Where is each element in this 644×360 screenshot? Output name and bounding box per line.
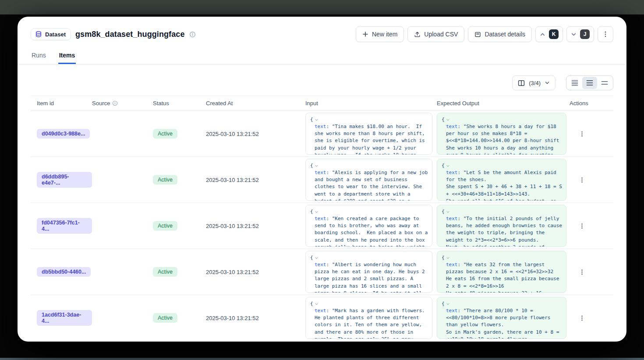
json-key: text [315, 308, 326, 314]
item-id-pill[interactable]: fd047356-7fc1-4... [37, 218, 92, 234]
json-open-brace: { [310, 116, 313, 123]
kebab-icon [579, 131, 585, 137]
input-json-body: text: "Ken created a care package to sen… [310, 215, 430, 247]
input-json-box[interactable]: { text: "Mark has a garden with flowers.… [305, 297, 432, 339]
json-open-brace: { [310, 162, 313, 169]
column-header-expected-output: Expected Output [437, 100, 570, 107]
input-json-body: text: "Mark has a garden with flowers. H… [310, 307, 430, 339]
dataset-details-button[interactable]: Dataset details [468, 26, 532, 42]
collapse-chevron-icon[interactable] [446, 210, 450, 214]
json-open-brace: { [442, 116, 445, 123]
title-info-icon[interactable] [189, 31, 196, 38]
json-key: text [315, 124, 326, 129]
collapse-chevron-icon[interactable] [446, 118, 450, 122]
kebab-icon [579, 315, 585, 321]
tab-items[interactable]: Items [58, 49, 76, 64]
density-compact-icon [571, 79, 579, 86]
json-open-brace: { [310, 208, 313, 215]
input-json-box[interactable]: { text: "Ken created a care package to s… [305, 205, 432, 247]
actions-cell [570, 128, 613, 140]
json-key: text [446, 308, 458, 314]
chevron-down-icon [545, 80, 550, 86]
table-row: 1acd6f31-3dae-4... Active 2025-03-10 13:… [31, 295, 613, 341]
collapse-chevron-icon[interactable] [315, 118, 318, 122]
expected-output-json-box[interactable]: { text: "There are 80/100 * 10 = <<80/10… [437, 297, 566, 339]
json-value: "There are 80/100 * 10 = <<80/100*10=8>>… [446, 308, 562, 339]
row-actions-menu-button[interactable] [576, 220, 588, 232]
chevron-up-icon [540, 32, 545, 37]
created-at-cell: 2025-03-10 13:21:52 [206, 177, 305, 183]
expected-output-json-box[interactable]: { text: "He eats 32 from the largest piz… [437, 251, 566, 293]
expected-output-cell: { text: "She works 8 hours a day for $18… [437, 113, 570, 155]
item-id-pill[interactable]: d6ddb895-e4e7-... [37, 172, 92, 188]
expected-output-json-box[interactable]: { text: "To the initial 2 pounds of jell… [437, 205, 566, 247]
dataset-type-badge: Dataset [31, 28, 71, 40]
collapse-chevron-icon[interactable] [315, 210, 318, 214]
density-tall-button[interactable] [597, 77, 612, 89]
avatar: K [549, 29, 559, 39]
table-row: d049d0c3-988e... Active 2025-03-10 13:21… [31, 111, 613, 157]
expected-output-json-body: text: "There are 80/100 * 10 = <<80/100*… [442, 307, 564, 339]
status-cell: Active [153, 313, 206, 323]
status-cell: Active [153, 129, 206, 139]
input-json-box[interactable]: { text: "Tina makes $18.00 an hour. If s… [305, 113, 432, 155]
columns-visibility-button[interactable]: (3/4) [512, 75, 556, 90]
row-actions-menu-button[interactable] [576, 266, 588, 278]
expected-output-json-body: text: "Let S be the amount Alexis paid f… [442, 169, 564, 201]
column-header-actions: Actions [570, 100, 613, 107]
status-cell: Active [153, 221, 206, 231]
columns-count-label: (3/4) [529, 80, 541, 86]
collapse-chevron-icon[interactable] [446, 164, 450, 168]
dataset-page-card: Dataset gsm8k_dataset_huggingface New it… [18, 17, 626, 342]
created-at-cell: 2025-03-10 13:21:52 [206, 223, 305, 229]
json-open-brace: { [310, 254, 313, 261]
collapse-chevron-icon[interactable] [446, 256, 450, 260]
status-badge: Active [153, 267, 177, 277]
row-density-toggle [566, 75, 613, 90]
created-at-cell: 2025-03-10 13:21:52 [206, 315, 305, 321]
expected-output-json-box[interactable]: { text: "She works 8 hours a day for $18… [437, 113, 566, 155]
table-header-row: Item id Source Status Created At Input E… [31, 96, 613, 111]
source-info-icon[interactable] [112, 100, 118, 106]
new-item-button[interactable]: New item [356, 26, 404, 42]
json-open-brace: { [442, 300, 445, 307]
input-json-box[interactable]: { text: "Alexis is applying for a new jo… [305, 159, 432, 201]
row-actions-menu-button[interactable] [576, 312, 588, 324]
item-id-pill[interactable]: 1acd6f31-3dae-4... [37, 310, 92, 326]
expected-output-json-body: text: "To the initial 2 pounds of jelly … [442, 215, 564, 247]
collapse-chevron-icon[interactable] [446, 302, 450, 306]
kebab-icon [579, 177, 585, 183]
expected-output-cell: { text: "There are 80/100 * 10 = <<80/10… [437, 297, 570, 339]
tab-runs[interactable]: Runs [31, 49, 47, 64]
item-id-cell: 1acd6f31-3dae-4... [31, 310, 92, 326]
desktop-bottom-strip [0, 358, 644, 360]
density-medium-button[interactable] [582, 77, 597, 89]
chevron-down-icon [571, 32, 577, 37]
density-medium-icon [586, 79, 594, 86]
dataset-details-icon [474, 31, 481, 38]
avatar: J [580, 29, 590, 39]
collapse-chevron-icon[interactable] [315, 256, 318, 260]
columns-icon [518, 80, 525, 86]
status-badge: Active [153, 129, 177, 139]
item-id-pill[interactable]: d049d0c3-988e... [37, 129, 90, 139]
input-cell: { text: "Albert is wondering how much pi… [305, 251, 437, 293]
density-compact-button[interactable] [567, 77, 582, 89]
new-item-label: New item [372, 31, 397, 38]
json-value: "He eats 32 from the largest pizzas beca… [446, 262, 562, 293]
input-json-box[interactable]: { text: "Albert is wondering how much pi… [305, 251, 432, 293]
row-actions-menu-button[interactable] [576, 128, 588, 140]
input-cell: { text: "Ken created a care package to s… [305, 205, 437, 247]
item-id-pill[interactable]: db5bbd50-4460... [37, 267, 91, 277]
collapse-chevron-icon[interactable] [315, 164, 318, 168]
page-title: gsm8k_dataset_huggingface [75, 30, 185, 39]
upload-csv-button[interactable]: Upload CSV [407, 26, 464, 42]
expected-output-json-box[interactable]: { text: "Let S be the amount Alexis paid… [437, 159, 566, 201]
header-more-menu-button[interactable] [598, 26, 613, 42]
expand-user-button[interactable]: J [566, 26, 594, 42]
row-actions-menu-button[interactable] [576, 174, 588, 186]
collapse-chevron-icon[interactable] [315, 302, 318, 306]
collapse-user-button[interactable]: K [535, 26, 563, 42]
status-cell: Active [153, 175, 206, 185]
json-key: text [315, 262, 326, 267]
